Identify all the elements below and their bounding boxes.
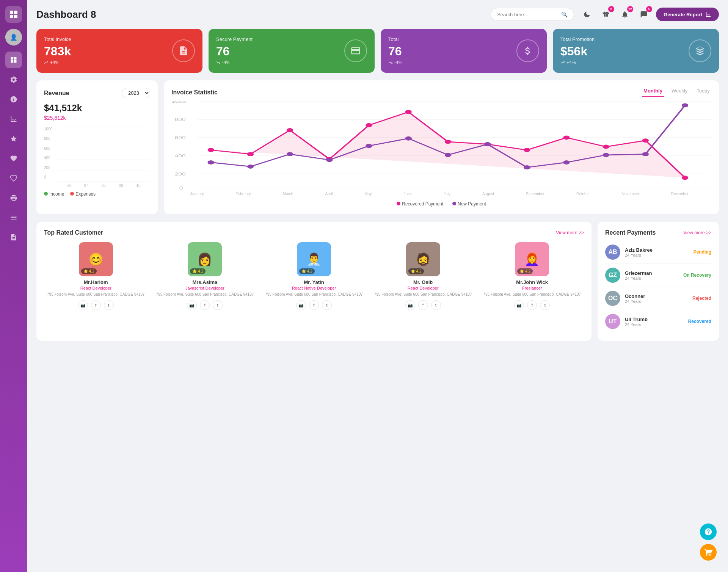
sidebar-item-info[interactable] — [5, 91, 22, 108]
charts-row: Revenue 2023 2022 2021 $41,512k $25,612k… — [36, 80, 719, 214]
customer-name: Mr. Osib — [413, 279, 433, 285]
search-box[interactable]: 🔍 — [491, 8, 574, 21]
twitter-icon[interactable]: t — [540, 300, 550, 310]
gift-icon-btn[interactable]: 2 — [599, 8, 613, 21]
sidebar-item-wishlist[interactable] — [5, 170, 22, 186]
tab-today[interactable]: Today — [695, 88, 711, 97]
view-more-payments[interactable]: View more >> — [683, 230, 711, 235]
year-select[interactable]: 2023 2022 2021 — [122, 88, 150, 98]
instagram-icon[interactable]: 📷 — [296, 300, 306, 310]
customer-address: 795 Folsom Ave, Suite 600 San Francisco,… — [374, 292, 472, 297]
svg-text:600: 600 — [175, 136, 186, 140]
payment-item: AB Aziz Bakree 24 Years Pending — [605, 241, 711, 264]
customer-address: 795 Folsom Ave, Suite 600 San Francisco,… — [47, 292, 145, 297]
revenue-amount: $41,512k — [44, 103, 150, 113]
sidebar-logo[interactable] — [5, 6, 22, 23]
social-row: 📷 f t — [296, 300, 332, 310]
customer-item: 👨‍💼 ⭐ 4.2 Mr. Yatin React Native Develop… — [262, 242, 366, 310]
svg-text:200: 200 — [175, 172, 186, 177]
twitter-icon[interactable]: t — [431, 300, 441, 310]
svg-point-41 — [682, 103, 688, 107]
line-chart-container: 1000 800 600 400 200 0 — [171, 101, 711, 192]
invoice-legend: Recovered Payment New Payment — [171, 201, 711, 207]
payment-status: On Recovery — [683, 273, 711, 278]
instagram-icon[interactable]: 📷 — [187, 300, 197, 310]
svg-text:0: 0 — [179, 186, 183, 191]
rating-badge: ⭐ 4.2 — [190, 268, 206, 274]
sidebar-item-menu[interactable] — [5, 209, 22, 226]
svg-point-18 — [287, 128, 293, 132]
customer-name: Mr. Yatin — [304, 279, 324, 285]
cart-fab[interactable] — [700, 544, 717, 561]
svg-point-26 — [602, 145, 609, 149]
support-fab[interactable] — [700, 523, 717, 540]
svg-rect-0 — [10, 11, 13, 14]
stat-card-payment: Secure Payment 76 -4% — [209, 29, 375, 73]
svg-point-20 — [366, 123, 372, 127]
facebook-icon[interactable]: f — [418, 300, 428, 310]
svg-rect-3 — [14, 15, 17, 18]
instagram-icon[interactable]: 📷 — [514, 300, 524, 310]
svg-point-21 — [405, 110, 411, 114]
invoice-card: Invoice Statistic Monthly Weekly Today — [164, 80, 719, 214]
view-more-customers[interactable]: View more >> — [556, 230, 584, 235]
instagram-icon[interactable]: 📷 — [405, 300, 415, 310]
facebook-icon[interactable]: f — [91, 300, 101, 310]
svg-point-17 — [247, 152, 254, 156]
social-row: 📷 f t — [187, 300, 223, 310]
dark-mode-toggle[interactable] — [580, 8, 594, 21]
instagram-icon[interactable]: 📷 — [78, 300, 88, 310]
tab-monthly[interactable]: Monthly — [642, 88, 664, 97]
stat-card-invoice: Total invoice 783k +4% — [36, 29, 202, 73]
customer-address: 795 Folsom Ave, Suite 600 San Francisco,… — [156, 292, 254, 297]
sidebar-item-analytics[interactable] — [5, 111, 22, 127]
tab-weekly[interactable]: Weekly — [670, 88, 689, 97]
payment-status: Pending — [693, 249, 711, 255]
stat-card-total: Total 76 -4% — [381, 29, 547, 73]
chat-icon-btn[interactable]: 5 — [637, 8, 651, 21]
facebook-icon[interactable]: f — [200, 300, 210, 310]
bell-badge: 12 — [627, 6, 633, 12]
svg-point-27 — [642, 138, 649, 143]
rating-badge: ⭐ 4.2 — [517, 268, 533, 274]
twitter-icon[interactable]: t — [104, 300, 114, 310]
customer-name: Mr.Hariom — [84, 279, 108, 285]
customer-item: 😊 ⭐ 4.2 Mr.Hariom React Developer 795 Fo… — [44, 242, 148, 310]
revenue-secondary: $25,612k — [44, 115, 150, 121]
customer-item: 👩 ⭐ 4.2 Mrs.Asima Javascript Developer 7… — [153, 242, 257, 310]
search-input[interactable] — [497, 12, 561, 17]
svg-point-24 — [524, 148, 530, 152]
stat-text: Total invoice 783k +4% — [44, 36, 71, 65]
sidebar-item-liked[interactable] — [5, 150, 22, 167]
rating-badge: ⭐ 4.2 — [408, 268, 424, 274]
sidebar-item-docs[interactable] — [5, 229, 22, 246]
twitter-icon[interactable]: t — [322, 300, 332, 310]
rating-badge: ⭐ 4.2 — [299, 268, 315, 274]
invoice-title: Invoice Statistic — [171, 89, 218, 96]
bell-icon-btn[interactable]: 12 — [618, 8, 632, 21]
sidebar-item-dashboard[interactable] — [5, 52, 22, 68]
page-title: Dashboard 8 — [36, 9, 491, 20]
sidebar: 👤 — [0, 0, 27, 572]
svg-point-36 — [484, 142, 491, 146]
svg-point-39 — [602, 153, 609, 157]
customer-role: Freelancer — [522, 286, 542, 290]
twitter-icon[interactable]: t — [213, 300, 223, 310]
svg-point-34 — [405, 136, 411, 141]
facebook-icon[interactable]: f — [527, 300, 537, 310]
svg-point-22 — [445, 139, 451, 144]
generate-report-button[interactable]: Generate Report — [656, 8, 719, 21]
sidebar-item-print[interactable] — [5, 190, 22, 206]
payment-avatar: AB — [605, 244, 620, 260]
invoice-header: Invoice Statistic Monthly Weekly Today — [171, 88, 711, 97]
social-row: 📷 f t — [78, 300, 114, 310]
gift-badge: 2 — [608, 6, 614, 12]
stat-text: Total 76 -4% — [388, 36, 402, 65]
payment-avatar: OC — [605, 291, 620, 306]
sidebar-item-settings[interactable] — [5, 71, 22, 88]
facebook-icon[interactable]: f — [309, 300, 319, 310]
sidebar-item-favorites[interactable] — [5, 130, 22, 147]
stats-row: Total invoice 783k +4% Secure Payment 76… — [36, 29, 719, 73]
fab-wrap — [700, 523, 717, 561]
avatar[interactable]: 👤 — [5, 29, 22, 45]
